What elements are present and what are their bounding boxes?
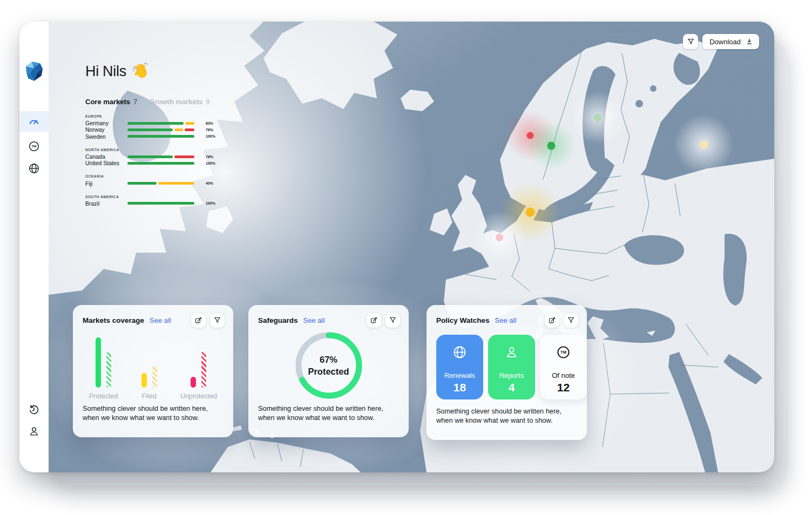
coverage-bars — [96, 337, 111, 388]
filter-button[interactable] — [385, 313, 400, 328]
bar-segment — [127, 155, 173, 158]
bar-segment — [127, 162, 194, 165]
coverage-label: Unprotected — [180, 392, 217, 400]
market-group: SOUTH AMERICABrazil100% — [85, 195, 232, 207]
protection-donut-chart: 67% Protected — [291, 328, 367, 403]
donut-value: 67% — [320, 354, 337, 365]
edit-icon — [370, 316, 378, 324]
market-percent: 100% — [206, 161, 215, 165]
app-logo[interactable] — [25, 60, 43, 82]
card-caption: Something clever should be written here,… — [436, 407, 578, 425]
see-all-link[interactable]: See all — [150, 316, 171, 324]
download-label: Download — [709, 38, 741, 46]
sidebar-item-trademarks[interactable] — [19, 136, 49, 157]
market-progress-bar — [127, 155, 194, 158]
filter-icon — [567, 316, 575, 324]
card-title: Policy Watches — [436, 316, 490, 324]
map-marker-sweden-hotspot[interactable] — [547, 141, 556, 150]
solid-bar — [191, 377, 196, 388]
market-tabs: Core markets 7 Growth markets 9 — [85, 98, 210, 106]
tab-core-markets[interactable]: Core markets 7 — [85, 98, 137, 106]
map-marker-france-hotspot[interactable] — [496, 234, 503, 241]
coverage-bars — [141, 337, 157, 388]
see-all-link[interactable]: See all — [495, 316, 517, 324]
filter-icon — [687, 38, 695, 46]
card-caption: Something clever should be written here,… — [258, 404, 400, 423]
user-icon — [28, 425, 40, 437]
app-window: Download Hi Nils — [19, 22, 774, 472]
greeting: Hi Nils — [85, 63, 150, 80]
card-header: Safeguards See all — [248, 305, 409, 328]
solid-bar — [141, 373, 147, 388]
market-row[interactable]: Brazil100% — [85, 200, 232, 207]
market-row[interactable]: Norway76% — [85, 126, 232, 133]
policy-tile-renewals[interactable]: Renewals18 — [436, 335, 483, 399]
market-row[interactable]: Germany83% — [85, 120, 232, 126]
market-group: NORTH AMERICACanada76%United States100% — [85, 148, 232, 167]
policy-tile-of-note[interactable]: Of note12 — [540, 335, 587, 399]
tile-label: Reports — [499, 371, 524, 380]
marker-dot — [547, 141, 556, 150]
toolbar: Download — [683, 34, 759, 49]
card-title: Safeguards — [258, 316, 298, 324]
market-name: Germany — [85, 120, 127, 126]
tab-growth-markets[interactable]: Growth markets 9 — [149, 98, 209, 106]
market-progress-bar — [127, 202, 194, 205]
map-marker-germany-hotspot[interactable] — [526, 208, 535, 217]
coverage-label: Protected — [89, 392, 118, 400]
filter-button[interactable] — [564, 313, 578, 328]
tile-label: Renewals — [444, 371, 475, 380]
bar-segment — [174, 155, 194, 158]
policy-tiles: Renewals18Reports4Of note12 — [436, 335, 587, 399]
market-row[interactable]: Fiji40% — [85, 180, 232, 186]
map-marker-finland-hotspot[interactable] — [594, 114, 601, 121]
greeting-text: Hi Nils — [85, 63, 126, 80]
card-caption: Something clever should be written here,… — [83, 404, 225, 423]
edit-button[interactable] — [191, 313, 206, 328]
map-marker-russia-hotspot[interactable] — [700, 140, 708, 148]
sidebar-item-global[interactable] — [19, 158, 49, 179]
bar-segment — [185, 128, 194, 131]
donut-sublabel: Protected — [308, 365, 349, 377]
sidebar-item-dashboard[interactable] — [19, 111, 49, 132]
market-progress-bar — [127, 182, 194, 185]
see-all-link[interactable]: See all — [303, 316, 325, 324]
sidebar-item-profile[interactable] — [19, 421, 49, 442]
download-button[interactable]: Download — [702, 34, 759, 49]
filter-icon — [213, 316, 221, 324]
market-name: Canada — [85, 153, 127, 160]
filter-button[interactable] — [683, 34, 698, 49]
marker-dot — [496, 234, 503, 241]
coverage-bars — [191, 337, 206, 388]
market-list: EUROPEGermany83%Norway76%Sweden100%NORTH… — [85, 114, 232, 207]
globe-icon — [28, 162, 40, 174]
edit-button[interactable] — [545, 313, 559, 328]
sidebar-item-history[interactable] — [19, 399, 49, 420]
market-name: Sweden — [85, 133, 127, 140]
marker-dot — [526, 208, 535, 217]
market-group: EUROPEGermany83%Norway76%Sweden100% — [85, 114, 232, 140]
tab-label: Growth markets — [149, 98, 202, 106]
coverage-label: Filed — [142, 392, 157, 400]
striped-bar — [152, 366, 157, 388]
markets-coverage-card: Markets coverage See all ProtectedFiledU… — [73, 305, 233, 437]
tab-count: 9 — [206, 98, 209, 106]
market-row[interactable]: United States100% — [85, 160, 232, 166]
edit-button[interactable] — [367, 313, 381, 328]
market-row[interactable]: Sweden100% — [85, 133, 232, 140]
bar-segment — [127, 202, 194, 205]
bar-segment — [158, 182, 194, 185]
card-title: Markets coverage — [83, 316, 144, 324]
filter-button[interactable] — [210, 313, 225, 328]
card-header: Markets coverage See all — [73, 305, 233, 328]
bar-segment — [127, 182, 157, 185]
policy-tile-reports[interactable]: Reports4 — [488, 335, 535, 399]
history-icon — [28, 404, 40, 416]
market-name: United States — [85, 160, 127, 166]
tab-label: Core markets — [85, 98, 130, 106]
tile-value: 12 — [557, 381, 570, 394]
gem-logo-icon — [25, 60, 43, 82]
coverage-bar-group: Protected — [89, 337, 118, 401]
market-percent: 100% — [206, 134, 215, 138]
market-row[interactable]: Canada76% — [85, 153, 232, 160]
